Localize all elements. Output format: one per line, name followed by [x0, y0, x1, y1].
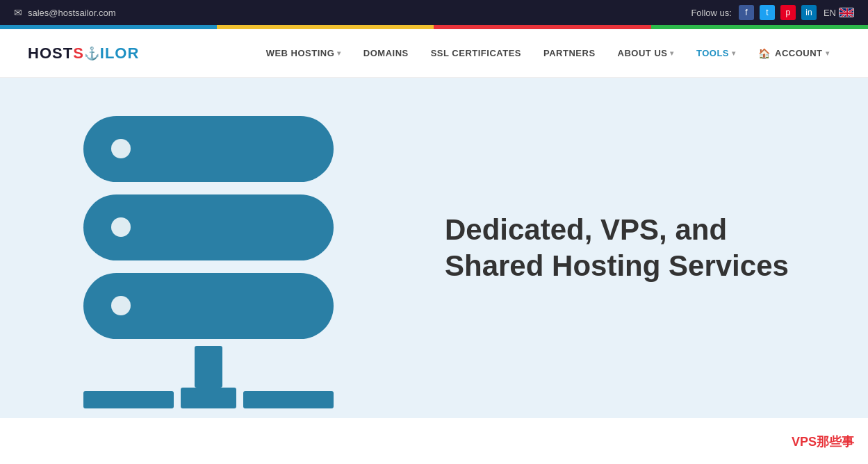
home-icon: 🏠 — [758, 48, 771, 59]
svg-rect-8 — [846, 8, 848, 17]
nav-label-web-hosting: WEB HOSTING — [266, 48, 335, 58]
nav-item-about[interactable]: ABOUT US ▾ — [607, 29, 685, 78]
hero-section: Dedicated, VPS, and Shared Hosting Servi… — [0, 78, 868, 418]
social-icons: f t p in — [739, 5, 817, 20]
nav-label-tools: TOOLS — [696, 48, 729, 58]
twitter-icon[interactable]: t — [760, 5, 775, 20]
chevron-down-icon-tools: ▾ — [732, 49, 736, 57]
chevron-down-icon: ▾ — [337, 49, 341, 57]
logo-sailor: ILOR — [100, 44, 140, 63]
follow-label: Follow us: — [691, 8, 732, 18]
email-icon: ✉ — [14, 7, 22, 18]
nav-item-partners[interactable]: PARTNERS — [532, 29, 607, 78]
chevron-down-icon-account: ▾ — [826, 49, 830, 57]
logo[interactable]: HOSTS⚓ILOR — [28, 44, 139, 63]
facebook-icon[interactable]: f — [739, 5, 754, 20]
server-foot-right — [243, 391, 334, 408]
server-led-bottom — [111, 296, 131, 315]
navbar: HOSTS⚓ILOR WEB HOSTING ▾ DOMAINS SSL CER… — [0, 29, 868, 78]
email-address[interactable]: sales@hostsailor.com — [28, 8, 116, 18]
server-base — [83, 346, 334, 408]
logo-anchor-icon: ⚓ — [84, 46, 100, 61]
nav-menu: WEB HOSTING ▾ DOMAINS SSL CERTIFICATES P… — [255, 29, 840, 78]
nav-item-tools[interactable]: TOOLS ▾ — [685, 29, 747, 78]
server-stack — [83, 116, 334, 339]
server-post — [195, 346, 222, 388]
uk-flag — [839, 8, 854, 17]
server-blade-bottom — [83, 273, 334, 339]
nav-item-domains[interactable]: DOMAINS — [352, 29, 420, 78]
logo-host: HOST — [28, 44, 73, 63]
nav-label-about: ABOUT US — [618, 48, 668, 58]
server-led-top — [111, 139, 131, 158]
top-bar: ✉ sales@hostsailor.com Follow us: f t p … — [0, 0, 868, 25]
nav-label-ssl: SSL CERTIFICATES — [431, 48, 521, 58]
server-led-middle — [111, 217, 131, 237]
nav-label-partners: PARTNERS — [543, 48, 596, 58]
pinterest-icon[interactable]: p — [780, 5, 796, 20]
server-feet — [83, 388, 334, 408]
server-foot-center — [181, 388, 236, 408]
server-foot-left — [83, 391, 174, 408]
server-blade-middle — [83, 194, 334, 260]
nav-label-account: ACCOUNT — [775, 48, 823, 58]
hero-server-illustration — [0, 88, 417, 408]
hero-text: Dedicated, VPS, and Shared Hosting Servi… — [417, 184, 868, 313]
hero-title: Dedicated, VPS, and Shared Hosting Servi… — [445, 212, 792, 285]
chevron-down-icon-about: ▾ — [670, 49, 674, 57]
language-selector[interactable]: EN — [824, 8, 854, 18]
logo-s: S — [73, 44, 84, 63]
top-bar-right: Follow us: f t p in EN — [691, 5, 854, 20]
nav-item-ssl[interactable]: SSL CERTIFICATES — [420, 29, 532, 78]
nav-item-web-hosting[interactable]: WEB HOSTING ▾ — [255, 29, 352, 78]
top-bar-left: ✉ sales@hostsailor.com — [14, 7, 116, 18]
lang-label: EN — [824, 8, 836, 18]
nav-item-account[interactable]: 🏠 ACCOUNT ▾ — [747, 29, 841, 78]
server-blade-top — [83, 116, 334, 182]
nav-label-domains: DOMAINS — [363, 48, 409, 58]
linkedin-icon[interactable]: in — [801, 5, 817, 20]
